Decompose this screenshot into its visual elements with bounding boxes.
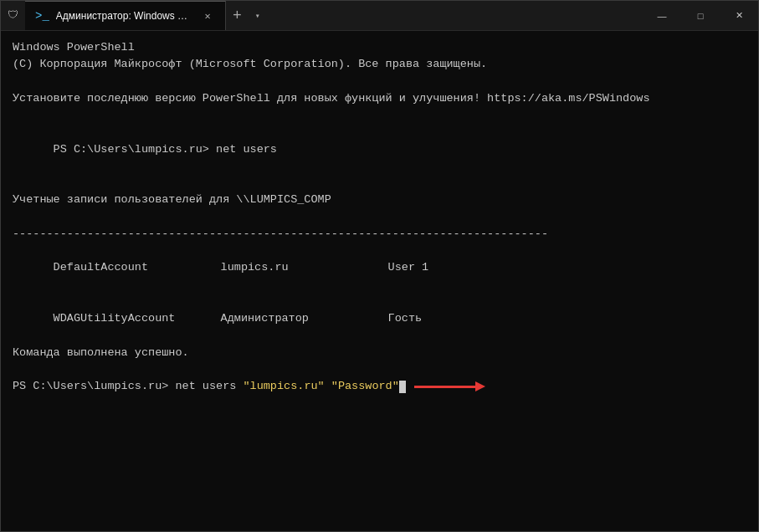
cmd-2-prefix: net users xyxy=(168,378,243,395)
terminal-content[interactable]: Windows PowerShell (С) Корпорация Майкро… xyxy=(1,31,758,531)
window: 🛡 >_ Администратор: Windows Po... ✕ + ▾ … xyxy=(0,0,759,532)
output-line-3 xyxy=(13,74,746,90)
prompt-2: PS C:\Users\lumpics.ru> xyxy=(13,378,168,395)
command-line-2: PS C:\Users\lumpics.ru> net users "lumpi… xyxy=(13,378,746,395)
tab-close-button[interactable]: ✕ xyxy=(200,8,215,23)
account-col2-1: lumpics.ru xyxy=(221,259,388,276)
chevron-down-icon: ▾ xyxy=(255,11,260,21)
accounts-row-2: WDAGUtilityAccountАдминистраторГость xyxy=(13,294,746,345)
output-line-2: (С) Корпорация Майкрософт (Microsoft Cor… xyxy=(13,56,746,73)
account-col3-2: Гость xyxy=(388,310,423,327)
arrow-container xyxy=(414,386,477,388)
powershell-tab-icon: >_ xyxy=(35,9,49,23)
arrow-line xyxy=(414,386,477,388)
output-line-1: Windows PowerShell xyxy=(13,39,746,56)
arrow-head xyxy=(475,381,485,391)
output-line-9 xyxy=(13,361,746,378)
cmd-2-arg1: "lumpics.ru" xyxy=(243,378,324,395)
done-line: Команда выполнена успешно. xyxy=(13,345,746,361)
active-tab[interactable]: >_ Администратор: Windows Po... ✕ xyxy=(25,1,226,30)
cmd-1: net users xyxy=(209,143,277,156)
tab-title: Администратор: Windows Po... xyxy=(56,10,193,22)
window-controls: — □ ✕ xyxy=(643,1,758,30)
plus-icon: + xyxy=(233,8,242,24)
output-line-5 xyxy=(13,107,746,124)
close-button[interactable]: ✕ xyxy=(720,1,758,30)
maximize-icon: □ xyxy=(698,11,704,21)
output-line-7: Учетные записи пользователей для \\LUMPI… xyxy=(13,192,746,208)
cursor xyxy=(399,381,406,393)
cmd-2-arg2: "Password" xyxy=(325,378,399,395)
minimize-button[interactable]: — xyxy=(643,1,681,30)
account-col1-2: WDAGUtilityAccount xyxy=(54,310,221,327)
shield-icon: 🛡 xyxy=(8,9,18,22)
account-col2-2: Администратор xyxy=(221,310,388,327)
output-line-8 xyxy=(13,209,746,226)
maximize-button[interactable]: □ xyxy=(681,1,720,30)
output-line-6 xyxy=(13,175,746,192)
account-col1-1: DefaultAccount xyxy=(54,259,221,276)
close-icon: ✕ xyxy=(736,10,743,21)
tab-area: 🛡 >_ Администратор: Windows Po... ✕ + ▾ xyxy=(1,1,643,30)
account-col3-1: User 1 xyxy=(388,259,429,276)
dropdown-button[interactable]: ▾ xyxy=(249,1,267,30)
prompt-1: PS C:\Users\lumpics.ru> xyxy=(54,143,209,156)
command-line-1: PS C:\Users\lumpics.ru> net users xyxy=(13,124,746,175)
accounts-row-1: DefaultAccountlumpics.ruUser 1 xyxy=(13,243,746,294)
output-line-4: Установите последнюю версию PowerShell д… xyxy=(13,90,746,107)
titlebar: 🛡 >_ Администратор: Windows Po... ✕ + ▾ … xyxy=(1,1,758,31)
minimize-icon: — xyxy=(658,11,667,21)
separator: ----------------------------------------… xyxy=(13,226,746,243)
new-tab-button[interactable]: + xyxy=(226,1,249,30)
shield-icon-area: 🛡 xyxy=(1,1,25,30)
